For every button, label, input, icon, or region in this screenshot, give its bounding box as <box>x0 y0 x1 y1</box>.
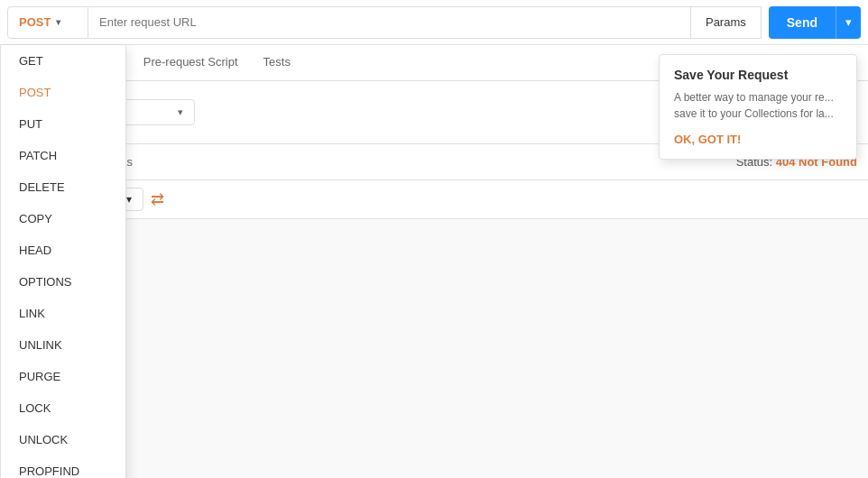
format-chevron-icon: ▾ <box>126 193 132 206</box>
dropdown-item-link[interactable]: LINK <box>1 298 125 329</box>
auth-chevron-icon: ▾ <box>178 106 183 118</box>
wrap-icon[interactable]: ⇄ <box>151 189 164 209</box>
tab-tests[interactable]: Tests <box>253 48 301 78</box>
send-button-group: Send ▾ <box>769 6 861 39</box>
dropdown-item-unlock[interactable]: UNLOCK <box>1 424 125 455</box>
url-input[interactable] <box>88 6 691 39</box>
dropdown-item-lock[interactable]: LOCK <box>1 392 125 424</box>
send-button[interactable]: Send <box>769 6 836 39</box>
dropdown-item-propfind[interactable]: PROPFIND <box>1 455 125 478</box>
method-label: POST <box>19 15 51 29</box>
dropdown-item-copy[interactable]: COPY <box>1 203 125 234</box>
app-container: POST ▾ Params Send ▾ Headers Body Pre-re… <box>0 0 868 478</box>
dropdown-item-purge[interactable]: PURGE <box>1 361 125 392</box>
dropdown-item-post[interactable]: POST <box>1 77 125 108</box>
response-area: Headers (8) Tests Status: 404 Not Found … <box>0 143 868 478</box>
method-dropdown-button[interactable]: POST ▾ <box>7 6 88 39</box>
dropdown-item-delete[interactable]: DELETE <box>1 171 125 203</box>
response-toolbar: Preview HTML ▾ ⇄ <box>0 180 868 219</box>
send-arrow-button[interactable]: ▾ <box>836 6 861 39</box>
params-label: Params <box>706 15 746 29</box>
dropdown-item-patch[interactable]: PATCH <box>1 140 125 171</box>
tab-pre-request-script[interactable]: Pre-request Script <box>133 48 249 78</box>
dropdown-item-head[interactable]: HEAD <box>1 234 125 266</box>
method-dropdown-menu: GET POST PUT PATCH DELETE COPY HEAD OPTI… <box>0 45 126 478</box>
save-tooltip-title: Save Your Request <box>674 68 842 82</box>
dropdown-item-unlink[interactable]: UNLINK <box>1 329 125 361</box>
dropdown-item-options[interactable]: OPTIONS <box>1 266 125 298</box>
params-button[interactable]: Params <box>691 6 762 39</box>
dropdown-item-put[interactable]: PUT <box>1 108 125 140</box>
save-tooltip-text: A better way to manage your re... save i… <box>674 89 842 122</box>
save-tooltip: Save Your Request A better way to manage… <box>659 54 857 160</box>
top-bar: POST ▾ Params Send ▾ <box>0 0 868 45</box>
response-body: le specified. <box>0 219 868 478</box>
dropdown-item-get[interactable]: GET <box>1 45 125 77</box>
method-chevron-icon: ▾ <box>56 17 60 27</box>
save-tooltip-action-button[interactable]: OK, GOT IT! <box>674 133 842 146</box>
